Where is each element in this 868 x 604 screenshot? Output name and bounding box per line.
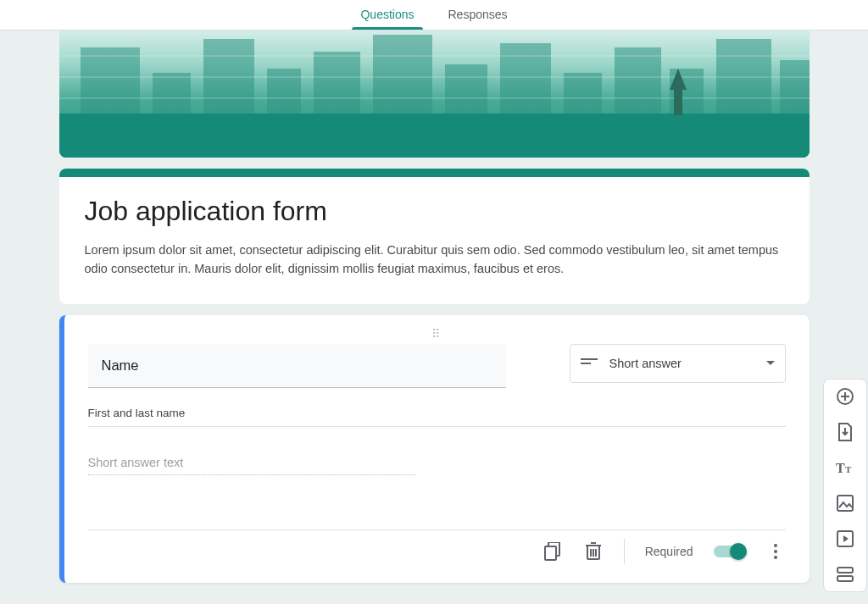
svg-point-27: [774, 550, 777, 553]
form-banner: [59, 30, 810, 158]
tab-questions[interactable]: Questions: [360, 8, 414, 30]
svg-rect-11: [716, 39, 771, 124]
duplicate-button[interactable]: [542, 541, 563, 562]
image-icon: [837, 495, 854, 512]
section-icon: [837, 567, 854, 582]
import-icon: [837, 423, 854, 441]
svg-point-28: [774, 556, 777, 559]
svg-rect-19: [545, 546, 556, 560]
svg-rect-16: [59, 114, 810, 158]
required-toggle[interactable]: [714, 546, 745, 557]
short-answer-preview: Short answer text: [88, 456, 416, 475]
copy-icon: [544, 542, 561, 561]
svg-rect-2: [203, 39, 254, 124]
drag-handle-icon[interactable]: ⠿: [88, 327, 786, 339]
text-icon: TT: [836, 460, 854, 475]
import-questions-button[interactable]: [835, 422, 855, 442]
svg-text:T: T: [845, 464, 852, 474]
tab-responses[interactable]: Responses: [448, 8, 508, 30]
svg-rect-0: [81, 47, 140, 124]
plus-circle-icon: [836, 387, 854, 406]
more-options-button[interactable]: [765, 541, 786, 562]
svg-text:T: T: [836, 461, 845, 475]
question-type-label: Short answer: [609, 357, 754, 370]
tabs-bar: Questions Responses: [0, 0, 868, 30]
add-image-button[interactable]: [835, 493, 855, 513]
add-video-button[interactable]: [835, 529, 855, 549]
svg-rect-37: [837, 576, 853, 581]
add-question-button[interactable]: [835, 386, 855, 407]
add-title-button[interactable]: TT: [835, 457, 855, 478]
svg-rect-9: [615, 47, 661, 124]
svg-rect-4: [314, 52, 360, 124]
floating-toolbar: TT: [823, 379, 867, 592]
form-description[interactable]: Lorem ipsum dolor sit amet, consectetur …: [85, 241, 784, 279]
video-icon: [837, 530, 854, 547]
question-type-dropdown[interactable]: Short answer: [570, 344, 786, 383]
form-title-card: Job application form Lorem ipsum dolor s…: [59, 169, 810, 304]
svg-rect-36: [837, 568, 853, 573]
svg-rect-5: [373, 35, 432, 124]
question-card[interactable]: ⠿ Short answer First and last name Short…: [59, 315, 810, 583]
question-description[interactable]: First and last name: [88, 407, 786, 427]
divider: [624, 539, 625, 564]
svg-rect-7: [500, 43, 551, 124]
question-title-input[interactable]: [88, 344, 506, 388]
question-footer: Required: [88, 529, 786, 579]
svg-rect-17: [674, 90, 682, 115]
required-label: Required: [645, 545, 693, 558]
more-vert-icon: [773, 543, 778, 560]
chevron-down-icon: [766, 361, 775, 366]
short-answer-icon: [581, 358, 598, 368]
svg-point-26: [774, 544, 777, 547]
form-title[interactable]: Job application form: [85, 196, 784, 227]
add-section-button[interactable]: [835, 564, 855, 585]
delete-button[interactable]: [583, 541, 604, 562]
trash-icon: [586, 542, 601, 561]
